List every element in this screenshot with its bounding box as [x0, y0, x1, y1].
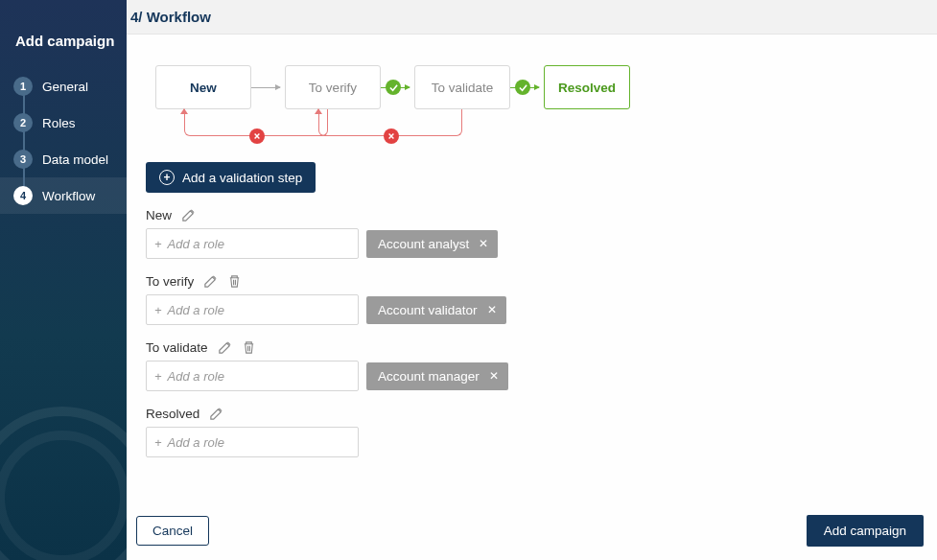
remove-chip-icon[interactable]: ✕ [489, 369, 499, 383]
step-number: 3 [13, 150, 33, 169]
step-number: 2 [13, 113, 33, 132]
step-label: General [42, 80, 88, 94]
edit-icon[interactable] [209, 407, 223, 421]
chip-label: Account validator [378, 303, 478, 317]
node-to-validate: To validate [414, 65, 510, 109]
content: New To verify To validate Resolved [127, 35, 937, 505]
placeholder: Add a role [168, 237, 224, 251]
step-title: To verify [146, 274, 194, 289]
wizard-step-workflow[interactable]: 4 Workflow [0, 177, 127, 214]
trash-icon[interactable] [242, 340, 256, 355]
step-block-to-validate: To validate + Add a role Account manager… [146, 340, 918, 391]
edit-icon[interactable] [218, 340, 232, 355]
sidebar-title: Add campaign [0, 0, 127, 68]
step-label: Data model [42, 152, 108, 167]
add-role-input[interactable]: + Add a role [146, 228, 359, 259]
step-block-to-verify: To verify + Add a role Account validator… [146, 274, 918, 325]
step-label: Workflow [42, 189, 95, 203]
wizard-step-general[interactable]: 1 General [0, 68, 127, 105]
remove-chip-icon[interactable]: ✕ [487, 303, 497, 316]
add-role-input[interactable]: + Add a role [146, 294, 359, 325]
workflow-diagram: New To verify To validate Resolved [146, 56, 918, 156]
step-label: Roles [42, 116, 76, 130]
step-title: Resolved [146, 407, 199, 421]
step-number: 4 [13, 186, 33, 205]
wizard-sidebar: Add campaign 1 General 2 Roles 3 Data mo… [0, 0, 127, 560]
plus-circle-icon: + [159, 170, 175, 185]
plus-icon: + [154, 237, 162, 251]
remove-chip-icon[interactable]: ✕ [479, 237, 488, 250]
chip-label: Account analyst [378, 237, 469, 251]
placeholder: Add a role [168, 369, 224, 384]
page-title: 4/ Workflow [127, 0, 937, 35]
footer: Cancel Add campaign [127, 505, 937, 560]
placeholder: Add a role [168, 435, 224, 450]
role-chip: Account validator ✕ [366, 296, 506, 324]
step-title: New [146, 208, 172, 222]
step-title: To validate [146, 340, 208, 355]
plus-icon: + [154, 435, 162, 450]
reject-icon [249, 128, 265, 144]
plus-icon: + [154, 369, 162, 384]
cancel-button[interactable]: Cancel [136, 516, 209, 546]
node-new: New [155, 65, 251, 109]
trash-icon[interactable] [227, 274, 242, 289]
edit-icon[interactable] [203, 274, 218, 289]
button-label: Add a validation step [182, 171, 302, 185]
wizard-steps: 1 General 2 Roles 3 Data model 4 Workflo… [0, 68, 127, 214]
reject-icon [384, 128, 399, 144]
role-chip: Account analyst ✕ [366, 230, 498, 258]
arrow-icon [251, 87, 280, 88]
arrow-up-icon [315, 108, 322, 114]
wizard-step-roles[interactable]: 2 Roles [0, 105, 127, 141]
plus-icon: + [154, 303, 162, 317]
check-icon [515, 80, 530, 95]
step-number: 1 [13, 77, 33, 96]
wizard-step-data-model[interactable]: 3 Data model [0, 141, 127, 177]
add-campaign-button[interactable]: Add campaign [807, 515, 924, 547]
edit-icon[interactable] [181, 208, 196, 222]
placeholder: Add a role [168, 303, 224, 317]
seal-decoration [0, 407, 127, 560]
step-block-new: New + Add a role Account analyst ✕ [146, 208, 918, 259]
role-chip: Account manager ✕ [366, 362, 508, 390]
step-block-resolved: Resolved + Add a role [146, 407, 918, 457]
main-panel: 4/ Workflow New To verify To validate Re… [127, 0, 937, 560]
add-validation-step-button[interactable]: + Add a validation step [146, 162, 316, 193]
add-role-input[interactable]: + Add a role [146, 361, 359, 391]
add-role-input[interactable]: + Add a role [146, 427, 359, 457]
arrow-up-icon [180, 108, 188, 114]
node-resolved: Resolved [544, 65, 630, 109]
check-icon [386, 80, 401, 95]
chip-label: Account manager [378, 369, 480, 384]
node-to-verify: To verify [285, 65, 381, 109]
